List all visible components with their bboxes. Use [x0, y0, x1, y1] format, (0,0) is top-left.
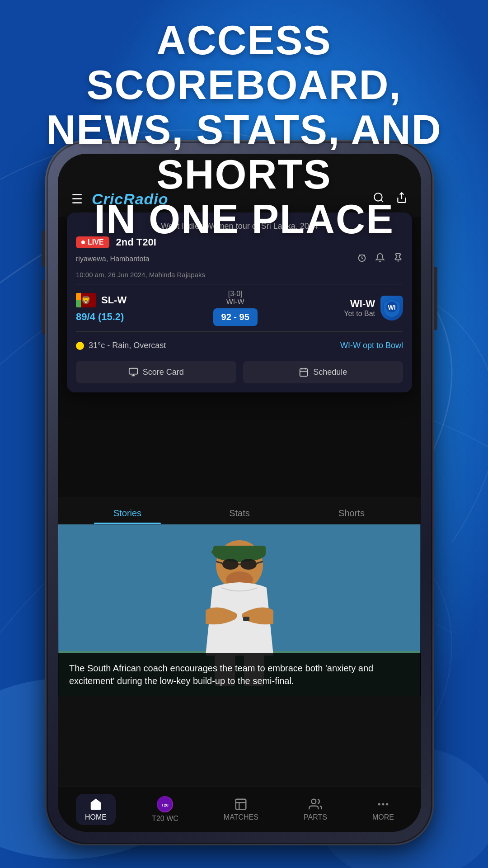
- svg-point-36: [382, 803, 384, 806]
- nav-parts-label: PARTS: [304, 813, 327, 821]
- team1-info: 🦁 SL-W 89/4 (15.2): [76, 293, 127, 323]
- nav-more[interactable]: MORE: [363, 794, 403, 825]
- center-score: [3-0] WI-W 92 - 95: [213, 290, 258, 326]
- team1-score-label: 89/4 (15.2): [76, 311, 127, 323]
- schedule-label: Schedule: [313, 368, 347, 377]
- scorecard-button[interactable]: Score Card: [76, 361, 236, 383]
- nav-matches-label: MATCHES: [224, 813, 258, 821]
- power-button: [434, 267, 437, 330]
- phone-mockup: ☰ CricRadio: [45, 140, 434, 845]
- svg-text:T20: T20: [162, 803, 169, 807]
- weather-icon: [76, 342, 84, 350]
- team2-name-label: WI-W: [344, 298, 375, 310]
- nav-home[interactable]: HOME: [76, 794, 116, 825]
- nav-more-label: MORE: [372, 813, 394, 821]
- score-section: 🦁 SL-W 89/4 (15.2) [3-0] WI-W: [76, 284, 403, 332]
- stories-content: The South African coach encourages the t…: [58, 524, 421, 787]
- schedule-button[interactable]: Schedule: [243, 361, 404, 383]
- phone-screen: ☰ CricRadio: [58, 154, 421, 832]
- card-action-buttons: Score Card Schedule: [76, 361, 403, 383]
- tab-stats[interactable]: Stats: [183, 508, 296, 524]
- match-action-icons: [357, 253, 403, 265]
- weather-label: 31°c - Rain, Overcast: [89, 341, 166, 350]
- svg-point-37: [386, 803, 388, 806]
- team2-info: WI-W Yet to Bat WI: [344, 296, 403, 321]
- svg-rect-33: [236, 799, 246, 810]
- svg-rect-15: [300, 369, 308, 377]
- tab-stories[interactable]: Stories: [71, 508, 183, 524]
- t20wc-badge: T20: [157, 796, 173, 812]
- match-venue-label: riyawewa, Hambantota: [76, 255, 150, 263]
- svg-point-22: [222, 559, 239, 570]
- nav-home-label: HOME: [85, 813, 107, 821]
- phone-frame: ☰ CricRadio: [45, 140, 434, 845]
- more-icon: [376, 797, 390, 811]
- nav-t20wc-label: T20 WC: [152, 815, 178, 823]
- bell-icon[interactable]: [375, 253, 385, 265]
- home-icon: [89, 797, 103, 811]
- svg-point-34: [311, 799, 316, 804]
- weather-info: 31°c - Rain, Overcast: [76, 341, 166, 350]
- sl-flag: 🦁: [76, 293, 96, 307]
- story-caption-text: The South African coach encourages the t…: [69, 662, 410, 687]
- headline-line2: NEWS, STATS, AND SHORTS: [46, 107, 441, 197]
- svg-rect-9: [76, 300, 81, 307]
- tab-shorts[interactable]: Shorts: [296, 508, 408, 524]
- scorecard-label: Score Card: [143, 368, 184, 377]
- team2-yet-to-bat: Yet to Bat: [344, 310, 375, 318]
- score-badge: 92 - 95: [213, 308, 258, 326]
- svg-rect-20: [213, 546, 266, 556]
- volume-down-button: [42, 280, 45, 335]
- svg-rect-28: [243, 617, 249, 621]
- alarm-icon[interactable]: [357, 253, 367, 265]
- nav-matches[interactable]: MATCHES: [215, 794, 267, 825]
- wi-team-shield: WI: [380, 296, 403, 321]
- nav-t20wc[interactable]: T20 T20 WC: [143, 793, 188, 826]
- svg-text:WI: WI: [388, 304, 395, 311]
- team1-name-flag: 🦁 SL-W: [76, 293, 127, 307]
- pin-icon[interactable]: [393, 253, 403, 265]
- series-score-label: [3-0] WI-W: [213, 290, 258, 306]
- opt-text-label: WI-W opt to Bowl: [340, 341, 403, 350]
- story-caption-overlay: The South African coach encourages the t…: [58, 653, 421, 696]
- weather-row: 31°c - Rain, Overcast WI-W opt to Bowl: [76, 337, 403, 354]
- app-tabs: Stories Stats Shorts: [58, 497, 421, 524]
- svg-point-23: [240, 559, 257, 570]
- story-image: The South African coach encourages the t…: [58, 524, 421, 696]
- match-meta-row: riyawewa, Hambantota: [76, 253, 403, 265]
- headline-line1: ACCESS SCOREBOARD,: [86, 18, 401, 108]
- team1-name-label: SL-W: [101, 294, 127, 306]
- nav-parts[interactable]: PARTS: [295, 794, 336, 825]
- headline-section: ACCESS SCOREBOARD, NEWS, STATS, AND SHOR…: [0, 18, 488, 242]
- matches-icon: [234, 797, 248, 811]
- svg-rect-21: [211, 550, 218, 554]
- team2-status: WI-W Yet to Bat: [344, 298, 375, 318]
- svg-rect-14: [129, 368, 137, 374]
- svg-rect-8: [76, 293, 81, 300]
- parts-icon: [309, 797, 322, 811]
- svg-text:🦁: 🦁: [81, 295, 91, 305]
- match-time-label: 10:00 am, 26 Jun 2024, Mahinda Rajapaks: [76, 271, 403, 278]
- headline-line3: IN ONE PLACE: [94, 197, 394, 242]
- svg-point-35: [378, 803, 380, 806]
- bottom-navigation: HOME T20 T20 WC MATCHES: [58, 787, 421, 832]
